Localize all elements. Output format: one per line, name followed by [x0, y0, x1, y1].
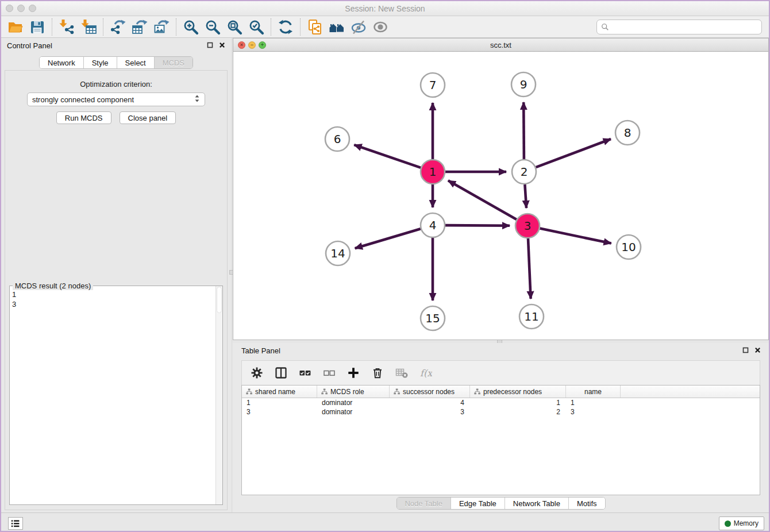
table-cell[interactable]: 1: [242, 398, 317, 407]
import-table-icon[interactable]: [78, 18, 99, 36]
node-table: shared nameMCDS rolesuccessor nodesprede…: [241, 385, 760, 495]
mcds-result-title: MCDS result (2 nodes): [13, 282, 93, 290]
graph-edge-4-3[interactable]: [445, 225, 510, 226]
node-label: 15: [425, 311, 440, 325]
tab-node-table[interactable]: Node Table: [396, 498, 451, 509]
mcds-panel: Optimization criterion: strongly connect…: [5, 70, 228, 510]
float-panel-icon[interactable]: [207, 42, 213, 48]
save-session-icon[interactable]: [26, 18, 48, 36]
search-input[interactable]: [609, 21, 761, 33]
tab-select[interactable]: Select: [117, 57, 155, 68]
zoom-fit-icon[interactable]: [224, 18, 245, 36]
run-mcds-button[interactable]: Run MCDS: [56, 111, 111, 124]
refresh-layout-icon[interactable]: [275, 18, 297, 36]
hide-selected-icon[interactable]: [348, 18, 369, 36]
table-cell[interactable]: dominator: [317, 407, 390, 417]
table-cell[interactable]: 2: [470, 407, 566, 417]
memory-status-icon: [725, 521, 731, 527]
graph-edge-3-10[interactable]: [540, 229, 611, 244]
tab-mcds[interactable]: MCDS: [155, 57, 192, 68]
export-table-icon[interactable]: [129, 18, 151, 36]
window-titlebar: Session: New Session: [1, 1, 769, 16]
table-cell[interactable]: 3: [390, 407, 470, 417]
table-row[interactable]: 3dominator323: [242, 407, 760, 417]
window-title: Session: New Session: [1, 4, 769, 13]
panel-list-button[interactable]: [8, 517, 23, 530]
graph-edge-3-1[interactable]: [448, 180, 517, 219]
graph-node-9[interactable]: 9: [511, 72, 536, 97]
zoom-in-icon[interactable]: [180, 18, 202, 36]
table-cell[interactable]: 4: [390, 398, 470, 407]
tab-network[interactable]: Network: [40, 57, 84, 68]
graph-node-1[interactable]: 1: [421, 160, 445, 184]
toolbar-separator: [103, 18, 103, 36]
tab-style[interactable]: Style: [84, 57, 117, 68]
criterion-dropdown[interactable]: strongly connected component: [27, 92, 205, 106]
network-view-window: × − + scc.txt 7968124314101511: [233, 38, 769, 340]
graph-node-3[interactable]: 3: [515, 214, 540, 238]
graph-node-8[interactable]: 8: [615, 121, 640, 145]
table-cell[interactable]: 3: [242, 407, 317, 417]
memory-button[interactable]: Memory: [719, 516, 764, 530]
column-header-name[interactable]: name: [566, 385, 621, 398]
graph-node-15[interactable]: 15: [421, 306, 445, 330]
show-all-icon[interactable]: [369, 18, 391, 36]
export-network-icon[interactable]: [107, 18, 129, 36]
mcds-result-group: MCDS result (2 nodes) 1 3: [9, 286, 223, 505]
close-panel-button[interactable]: Close panel: [120, 111, 176, 124]
open-file-icon[interactable]: [5, 18, 26, 36]
column-header-predecessor-nodes[interactable]: predecessor nodes: [470, 385, 566, 398]
graph-node-7[interactable]: 7: [421, 73, 445, 97]
graph-node-10[interactable]: 10: [617, 235, 641, 259]
node-label: 10: [621, 240, 636, 254]
duplicate-network-icon[interactable]: [304, 18, 326, 36]
home-layout-icon[interactable]: [326, 18, 348, 36]
table-cell[interactable]: 1: [470, 398, 566, 407]
column-header-successor-nodes[interactable]: successor nodes: [390, 385, 470, 398]
graph-node-2[interactable]: 2: [512, 160, 536, 184]
graph-edge-2-8[interactable]: [536, 139, 611, 167]
dropdown-stepper-icon: [194, 94, 200, 105]
graph-edge-2-3[interactable]: [525, 184, 526, 208]
export-image-icon[interactable]: [151, 18, 172, 36]
zoom-out-icon[interactable]: [202, 18, 224, 36]
tab-edge-table[interactable]: Edge Table: [451, 498, 505, 509]
import-network-icon[interactable]: [56, 18, 78, 36]
table-cell[interactable]: 3: [566, 407, 621, 417]
graph-node-14[interactable]: 14: [326, 241, 350, 265]
table-cell[interactable]: dominator: [317, 398, 390, 407]
graph-edge-3-11[interactable]: [528, 238, 531, 299]
graph-edge-2-9[interactable]: [523, 102, 524, 159]
float-table-panel-icon[interactable]: [742, 347, 749, 353]
network-canvas[interactable]: 7968124314101511: [233, 52, 768, 340]
node-label: 7: [429, 78, 437, 92]
close-table-panel-icon[interactable]: [754, 347, 761, 353]
table-row[interactable]: 1dominator411: [242, 398, 760, 407]
result-scrollbar[interactable]: [215, 286, 222, 504]
table-cell[interactable]: 1: [566, 398, 621, 407]
graph-edge-1-6[interactable]: [354, 145, 421, 168]
columns-icon[interactable]: [274, 366, 288, 380]
graph-node-6[interactable]: 6: [325, 127, 349, 151]
select-all-icon[interactable]: [298, 366, 312, 380]
tab-motifs[interactable]: Motifs: [569, 498, 605, 509]
tab-network-table[interactable]: Network Table: [505, 498, 569, 509]
control-panel-header: Control Panel: [1, 38, 231, 53]
settings-icon[interactable]: [250, 366, 264, 380]
delete-row-icon[interactable]: [371, 366, 384, 380]
svg-text:f(x): f(x): [420, 368, 432, 379]
close-panel-icon[interactable]: [219, 42, 225, 48]
column-header-shared-name[interactable]: shared name: [242, 385, 317, 398]
graph-edge-4-14[interactable]: [355, 229, 421, 248]
search-field[interactable]: [596, 20, 762, 34]
zoom-selected-icon[interactable]: [245, 18, 267, 36]
mcds-result-list[interactable]: 1 3: [12, 290, 214, 503]
add-row-icon[interactable]: [346, 366, 360, 380]
column-header-MCDS-role[interactable]: MCDS role: [317, 385, 390, 398]
graph-node-11[interactable]: 11: [519, 304, 544, 329]
graph-node-4[interactable]: 4: [421, 213, 445, 237]
node-label: 14: [330, 246, 345, 260]
application-window: { "window": { "title": "Session: New Ses…: [0, 0, 770, 532]
toolbar-icon-groups: [1, 18, 391, 36]
deselect-all-icon[interactable]: [322, 366, 336, 380]
